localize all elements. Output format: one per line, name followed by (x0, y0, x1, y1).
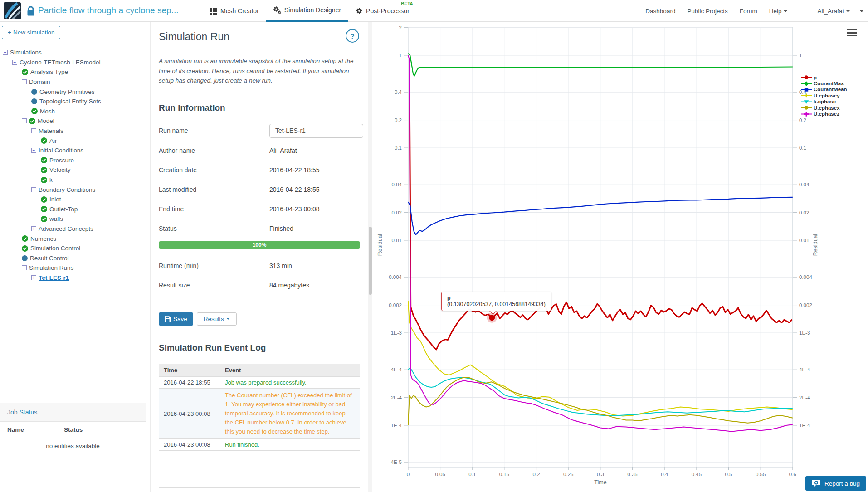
tree-item-label[interactable]: Numerics (30, 235, 56, 242)
collapse-icon[interactable]: − (3, 50, 8, 55)
report-a-bug-button[interactable]: Report a bug (805, 476, 866, 491)
tree-item-label[interactable]: Air (49, 137, 57, 144)
chart-menu-icon[interactable] (847, 29, 857, 36)
tree-item-tet-les-r1[interactable]: +Tet-LES-r1 (3, 273, 146, 283)
status-value: Finished (269, 225, 293, 232)
tree-item-air[interactable]: Air (3, 136, 146, 146)
collapse-icon[interactable]: − (31, 148, 36, 153)
tree-item-k[interactable]: k (3, 175, 146, 185)
tree-item-label[interactable]: Simulations (10, 49, 42, 56)
expand-icon[interactable]: + (31, 275, 36, 280)
tree-item-label[interactable]: Topological Entity Sets (39, 98, 101, 105)
svg-text:0.04: 0.04 (392, 182, 402, 187)
check-icon (41, 177, 47, 183)
tree-item-label[interactable]: Domain (29, 78, 50, 85)
tree-item-label[interactable]: Advanced Concepts (39, 225, 93, 232)
tree-item-simulation-control[interactable]: Simulation Control (3, 244, 146, 253)
svg-text:0.004: 0.004 (799, 274, 812, 280)
tree-item-simulations[interactable]: −Simulations (3, 48, 146, 58)
results-dropdown-button[interactable]: Results (197, 312, 237, 326)
tree-item-simulation-runs[interactable]: −Simulation Runs (3, 263, 146, 273)
tree-item-label[interactable]: Velocity (49, 166, 71, 173)
tree-item-label[interactable]: Inlet (49, 196, 61, 203)
tree-item-label[interactable]: Simulation Control (30, 245, 80, 252)
tree-item-walls[interactable]: walls (3, 214, 146, 224)
residuals-chart-svg[interactable]: 210.40.20.10.040.020.010.0040.0021E-34E-… (373, 22, 868, 492)
legend-item-u-cphasez[interactable]: U.cphasez (801, 111, 847, 117)
residuals-chart[interactable]: 210.40.20.10.040.020.010.0040.0021E-34E-… (373, 22, 868, 492)
chart-tooltip: p (0.130702020537, 0.00145688149334) (441, 292, 551, 311)
nav-link-forum[interactable]: Forum (740, 8, 757, 15)
run-name-input[interactable] (269, 124, 363, 138)
tree-item-advanced-concepts[interactable]: +Advanced Concepts (3, 224, 146, 234)
chevron-down-icon[interactable] (860, 10, 863, 12)
tree-item-domain[interactable]: −Domain (3, 77, 146, 87)
event-time: 2016-04-23 00:08 (159, 388, 220, 439)
tree-item-label[interactable]: Materials (39, 127, 63, 134)
tree-item-inlet[interactable]: Inlet (3, 195, 146, 205)
tree-item-analysis-type[interactable]: Analysis Type (3, 67, 146, 77)
tree-item-label[interactable]: Pressure (49, 157, 74, 164)
tree-item-geometry-primitives[interactable]: Geometry Primitives (3, 87, 146, 97)
tree-item-label[interactable]: Analysis Type (30, 68, 68, 75)
dot-icon (22, 255, 28, 261)
nav-link-public-projects[interactable]: Public Projects (687, 8, 727, 15)
legend-label: U.cphasex (814, 105, 840, 111)
tree-item-result-control[interactable]: Result Control (3, 253, 146, 263)
collapse-icon[interactable]: − (22, 79, 27, 84)
tree-item-label[interactable]: Tet-LES-r1 (39, 274, 69, 281)
project-title[interactable]: Particle flow through a cyclone sep... (38, 5, 178, 15)
main-scrollbar[interactable] (368, 22, 372, 492)
tree-item-label[interactable]: Initial Conditions (39, 147, 83, 154)
save-button[interactable]: Save (159, 312, 193, 326)
collapse-icon[interactable]: − (22, 118, 27, 123)
event-message: The Courant number (CFL) exceeded the li… (220, 388, 360, 439)
tree-item-pressure[interactable]: Pressure (3, 156, 146, 166)
creation-date-value: 2016-04-22 18:55 (269, 166, 320, 174)
collapse-icon[interactable]: − (31, 187, 36, 192)
scrollbar-thumb[interactable] (369, 227, 372, 295)
tree-item-label[interactable]: Outlet-Top (49, 206, 78, 213)
tree-item-label[interactable]: Boundary Conditions (39, 186, 95, 193)
svg-text:1E-4: 1E-4 (799, 423, 810, 428)
collapse-icon[interactable]: − (31, 128, 36, 133)
user-menu[interactable]: Ali_Arafat (817, 8, 863, 15)
tree-item-label[interactable]: Simulation Runs (29, 264, 73, 271)
gear-icon (356, 7, 363, 15)
tree-item-label[interactable]: k (49, 176, 53, 183)
tree-item-label[interactable]: Mesh (40, 108, 55, 115)
collapse-icon[interactable]: − (22, 265, 27, 270)
tree-item-label[interactable]: Model (38, 117, 54, 124)
nav-link-dashboard[interactable]: Dashboard (645, 8, 675, 15)
result-size-value: 84 megabytes (269, 282, 309, 289)
collapse-icon[interactable]: − (12, 60, 17, 65)
runtime-min-value: 313 min (269, 262, 292, 269)
field-label: Runtime (min) (159, 262, 269, 269)
tree-item-mesh[interactable]: Mesh (3, 107, 146, 117)
tree-item-boundary-conditions[interactable]: −Boundary Conditions (3, 185, 146, 195)
expand-icon[interactable]: + (31, 226, 36, 231)
tree-item-cyclone-tetmesh-lesmodel[interactable]: −Cyclone-TETmesh-LESmodel (3, 58, 146, 68)
tree-item-numerics[interactable]: Numerics (3, 234, 146, 244)
top-bar: Particle flow through a cyclone sep... M… (0, 0, 868, 22)
tab-mesh-creator[interactable]: Mesh Creator (203, 0, 266, 22)
tree-item-label[interactable]: walls (49, 215, 63, 222)
tree-item-label[interactable]: Cyclone-TETmesh-LESmodel (20, 59, 101, 66)
gears-icon (273, 6, 281, 14)
nav-help-menu[interactable]: Help (769, 8, 788, 15)
new-simulation-button[interactable]: +New simulation (2, 26, 60, 39)
help-button[interactable]: ? (346, 29, 359, 43)
tab-post-processor[interactable]: Post-ProcessorBETA (348, 0, 417, 22)
tree-item-outlet-top[interactable]: Outlet-Top (3, 205, 146, 214)
tree-item-label[interactable]: Geometry Primitives (39, 88, 95, 95)
camera-icon (812, 480, 821, 487)
tree-item-materials[interactable]: −Materials (3, 126, 146, 136)
tree-item-initial-conditions[interactable]: −Initial Conditions (3, 146, 146, 156)
tree-item-label[interactable]: Result Control (30, 255, 69, 262)
tree-item-topological-entity-sets[interactable]: Topological Entity Sets (3, 97, 146, 107)
svg-text:0.4: 0.4 (661, 472, 668, 477)
tree-item-model[interactable]: −Model (3, 116, 146, 126)
tree-item-velocity[interactable]: Velocity (3, 165, 146, 175)
beta-badge: BETA (401, 1, 413, 6)
tab-simulation-designer[interactable]: Simulation Designer (266, 0, 348, 22)
